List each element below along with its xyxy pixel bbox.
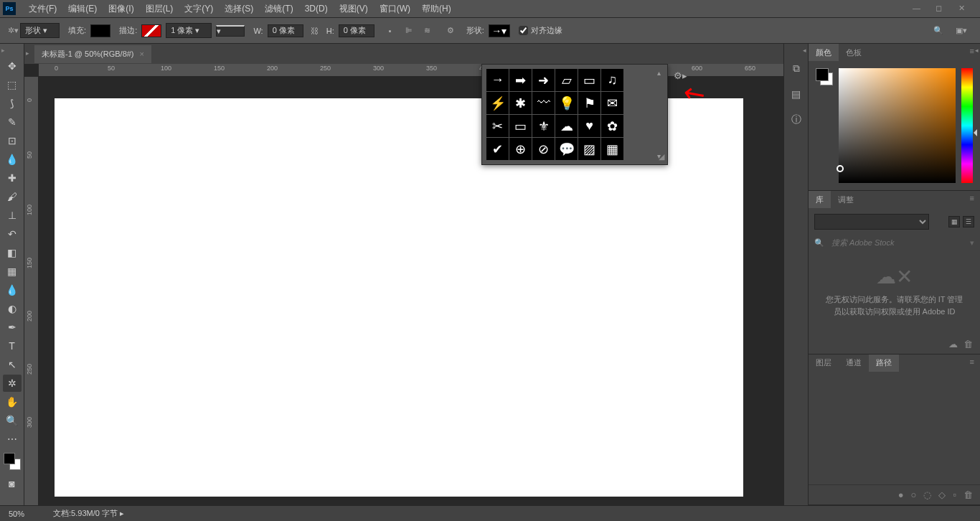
menu-window[interactable]: 窗口(W) [374, 0, 416, 18]
shape-cell[interactable]: ▱ [555, 69, 578, 91]
path-arrange-icon[interactable]: ≋ [420, 24, 435, 38]
shape-cell[interactable]: ✱ [509, 92, 532, 114]
shape-cell[interactable]: ➡ [509, 69, 532, 91]
info-panel-icon[interactable]: ⓘ [789, 113, 804, 127]
shape-cell[interactable]: → [486, 69, 509, 91]
history-panel-icon[interactable]: ⧉ [789, 61, 804, 75]
shape-cell[interactable]: ☁ [555, 115, 578, 137]
library-tab[interactable]: 库 [809, 191, 831, 208]
search-icon[interactable]: 🔍 [931, 24, 946, 38]
swatches-tab[interactable]: 色板 [839, 44, 869, 61]
close-icon[interactable]: ✕ [958, 4, 969, 14]
hue-slider[interactable] [961, 68, 973, 183]
adjust-tab[interactable]: 调整 [831, 191, 861, 208]
dodge-tool[interactable]: ◐ [3, 300, 22, 317]
tool-preset-icon[interactable]: ✲▾ [6, 24, 20, 38]
delete-path-icon[interactable]: 🗑 [963, 489, 973, 500]
path-ops-icon[interactable]: ▪ [383, 24, 397, 38]
path-align-icon[interactable]: ⊫ [402, 24, 416, 38]
shape-preview-dropdown[interactable]: →▾ [489, 24, 510, 37]
tab-close-icon[interactable]: × [140, 50, 144, 58]
shape-cell[interactable]: ⊘ [532, 138, 555, 160]
menu-file[interactable]: 文件(F) [23, 0, 62, 18]
shape-cell[interactable]: ⚑ [578, 92, 600, 114]
stroke-path-icon[interactable]: ○ [911, 489, 917, 500]
shape-cell[interactable]: ♫ [601, 69, 623, 91]
brush-tool[interactable]: 🖌 [3, 188, 22, 205]
pen-tool[interactable]: ✒ [3, 319, 22, 336]
menu-filter[interactable]: 滤镜(T) [259, 0, 298, 18]
menu-select[interactable]: 选择(S) [219, 0, 259, 18]
mask-icon[interactable]: ◇ [938, 489, 946, 500]
eraser-tool[interactable]: ◧ [3, 244, 22, 261]
paths-list[interactable] [809, 372, 980, 484]
color-tab[interactable]: 颜色 [809, 44, 839, 61]
shape-cell[interactable]: ♥ [578, 115, 600, 137]
shape-cell[interactable]: 💬 [555, 138, 578, 160]
shape-cell[interactable]: ⚡ [486, 92, 509, 114]
color-swatches[interactable] [4, 453, 21, 470]
fill-swatch[interactable] [90, 24, 110, 37]
foreground-color[interactable] [4, 453, 15, 464]
ruler-vertical[interactable]: 050100150200250300 [24, 77, 39, 505]
toolbox-expand-icon[interactable]: ▸ [1, 47, 5, 54]
properties-panel-icon[interactable]: ▤ [789, 87, 804, 101]
marquee-tool[interactable]: ⬚ [3, 76, 22, 93]
trash-icon[interactable]: 🗑 [963, 339, 973, 349]
link-wh-icon[interactable]: ⛓ [308, 24, 322, 38]
shape-cell[interactable]: ✉ [601, 92, 623, 114]
new-path-icon[interactable]: ▫ [953, 489, 956, 500]
menu-help[interactable]: 帮助(H) [416, 0, 457, 18]
blur-tool[interactable]: 💧 [3, 281, 22, 299]
layers-panel-menu-icon[interactable]: ≡ [964, 355, 980, 372]
panel-color-swatches[interactable] [816, 68, 833, 85]
document-tab[interactable]: 未标题-1 @ 50%(RGB/8#) × [34, 45, 151, 63]
search-dropdown-icon[interactable]: ▾ [970, 238, 974, 248]
library-select[interactable] [814, 214, 929, 230]
color-field-marker[interactable] [837, 165, 844, 172]
doc-info[interactable]: 文档:5.93M/0 字节 ▸ [53, 508, 124, 519]
hue-marker[interactable] [970, 129, 977, 136]
grid-view-icon[interactable]: ▦ [948, 216, 960, 227]
quick-select-tool[interactable]: ✎ [3, 113, 22, 131]
custom-shape-tool[interactable]: ✲ [3, 375, 22, 392]
patch-tool[interactable]: ✚ [3, 169, 22, 187]
stroke-style-select[interactable]: ▾ [216, 25, 245, 37]
strip-expand-icon[interactable]: ◂ [803, 47, 806, 54]
eyedropper-tool[interactable]: 💧 [3, 151, 22, 168]
library-panel-menu-icon[interactable]: ≡ [964, 191, 980, 208]
shape-cell[interactable]: ▦ [601, 138, 623, 160]
stroke-width-select[interactable]: 1 像素 ▾ [166, 23, 212, 38]
stroke-swatch[interactable] [141, 24, 161, 37]
shape-cell[interactable]: 〰 [532, 92, 555, 114]
scroll-up-icon[interactable]: ▴ [657, 69, 666, 77]
width-input[interactable] [268, 24, 303, 37]
move-tool[interactable]: ✥ [3, 57, 22, 75]
menu-layer[interactable]: 图层(L) [140, 0, 179, 18]
maximize-icon[interactable]: ◻ [936, 4, 946, 14]
align-edges-input[interactable] [519, 26, 528, 35]
shape-mode-select[interactable]: 形状 ▾ [20, 23, 60, 38]
shape-picker-gear-icon[interactable]: ⚙▸ [674, 70, 687, 81]
menu-type[interactable]: 文字(Y) [179, 0, 219, 18]
resize-handle-icon[interactable]: ◢ [659, 152, 664, 161]
gear-icon[interactable]: ⚙ [443, 24, 458, 38]
menu-edit[interactable]: 编辑(E) [62, 0, 103, 18]
shape-cell[interactable]: ⊕ [509, 138, 532, 160]
align-edges-checkbox[interactable]: 对齐边缘 [519, 25, 562, 36]
lasso-tool[interactable]: ⟆ [3, 95, 22, 112]
shape-cell[interactable]: ✂ [486, 115, 509, 137]
load-selection-icon[interactable]: ◌ [923, 489, 931, 500]
crop-tool[interactable]: ⊡ [3, 132, 22, 149]
color-field[interactable] [839, 68, 956, 183]
path-select-tool[interactable]: ↖ [3, 356, 22, 373]
menu-image[interactable]: 图像(I) [103, 0, 139, 18]
stock-search-input[interactable] [827, 234, 970, 251]
minimize-icon[interactable]: — [913, 4, 923, 14]
workspace-icon[interactable]: ▣▾ [954, 24, 969, 38]
shape-scrollbar[interactable]: ▴ ▾ [657, 69, 666, 160]
hand-tool[interactable]: ✋ [3, 393, 22, 410]
stamp-tool[interactable]: ⊥ [3, 207, 22, 224]
ruler-horizontal[interactable]: 050100150200250300350400450500550600650 [39, 64, 783, 77]
panel-fg-color[interactable] [816, 68, 829, 81]
